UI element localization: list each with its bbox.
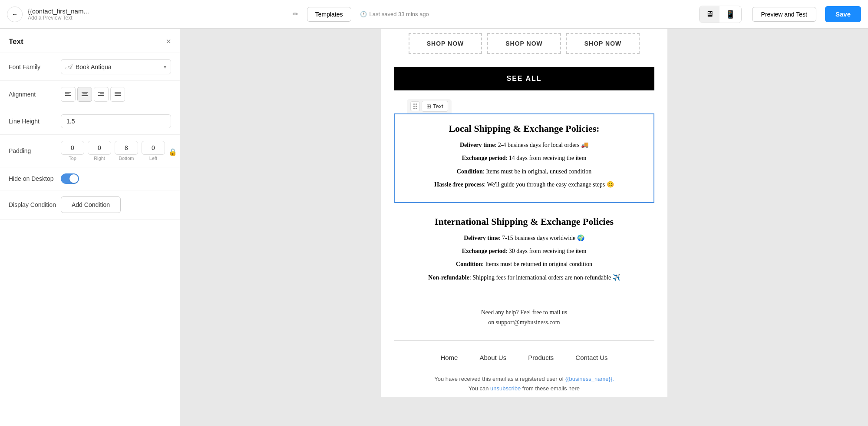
back-button[interactable]: ←	[7, 7, 23, 22]
hide-desktop-label: Hide on Desktop	[9, 175, 56, 182]
footer-unsub-text: You can unsubscribe from these emails he…	[394, 384, 654, 393]
padding-top-label: Top	[69, 156, 76, 161]
see-all-container: SEE ALL	[381, 63, 667, 99]
clock-icon: 🕐	[360, 11, 367, 17]
unsubscribe-link[interactable]: unsubscribe	[490, 385, 521, 392]
local-hassle-free-line: Hassle-free process: We'll guide you thr…	[408, 180, 640, 190]
align-justify-button[interactable]	[110, 87, 125, 102]
local-exchange-period-line: Exchange period: 14 days from receiving …	[408, 153, 640, 163]
svg-rect-8	[98, 92, 104, 93]
padding-right-input[interactable]	[88, 141, 111, 155]
svg-rect-13	[115, 93, 121, 94]
display-condition-row: Display Condition Add Condition	[0, 190, 180, 220]
align-left-button[interactable]	[61, 87, 76, 102]
templates-button[interactable]: Templates	[307, 7, 351, 22]
intl-condition-line: Condition: Items must be returned in ori…	[407, 260, 641, 269]
padding-right-field: Right	[88, 141, 111, 161]
padding-right-label: Right	[94, 156, 105, 161]
email-title: {{contact_first_nam...	[28, 7, 287, 15]
footer-brand: {{business_name}}.	[565, 376, 614, 382]
toolbar-wrapper: ⊞ Text	[381, 99, 667, 113]
padding-row: Padding Top Right Bottom Left	[0, 135, 180, 167]
padding-left-field: Left	[142, 141, 165, 161]
hide-desktop-row: Hide on Desktop	[0, 167, 180, 190]
display-condition-label: Display Condition	[9, 201, 56, 208]
font-style-icon: 𝒜	[66, 62, 72, 71]
footer-nav-about[interactable]: About Us	[479, 354, 506, 361]
text-badge: ⊞ Text	[422, 101, 448, 112]
email-canvas-area: SHOP NOW SHOP NOW SHOP NOW SEE ALL	[180, 29, 868, 426]
svg-rect-1	[65, 93, 69, 94]
padding-bottom-input[interactable]	[115, 141, 138, 155]
panel-close-button[interactable]: ×	[166, 37, 171, 47]
topbar: ← {{contact_first_nam... Add a Preview T…	[0, 0, 868, 29]
main-layout: Text × Font Family 𝒜 Book Antiqua ▾ Alig…	[0, 29, 868, 426]
add-condition-button[interactable]: Add Condition	[61, 196, 121, 213]
align-right-button[interactable]	[94, 87, 109, 102]
footer-nav: Home About Us Products Contact Us	[381, 345, 667, 370]
intl-delivery-line: Delivery time: 7-15 business days worldw…	[407, 233, 641, 243]
intl-shipping-block: International Shipping & Exchange Polici…	[394, 212, 654, 295]
desktop-view-button[interactable]: 🖥	[700, 6, 719, 23]
panel-title: Text	[9, 37, 23, 46]
left-panel: Text × Font Family 𝒜 Book Antiqua ▾ Alig…	[0, 29, 180, 426]
footer-text: You have received this email as a regist…	[381, 370, 667, 397]
font-family-label: Font Family	[9, 63, 56, 70]
svg-rect-6	[82, 95, 88, 96]
saved-indicator: 🕐 Last saved 33 mins ago	[360, 11, 429, 17]
font-family-row: Font Family 𝒜 Book Antiqua ▾	[0, 53, 180, 81]
shop-now-row: SHOP NOW SHOP NOW SHOP NOW	[381, 29, 667, 63]
edit-icon[interactable]: ✏	[293, 10, 298, 18]
padding-group: Top Right Bottom Left 🔒	[61, 141, 177, 161]
local-shipping-block[interactable]: Local Shipping & Exchange Policies: Deli…	[394, 113, 654, 203]
font-family-selector[interactable]: 𝒜 Book Antiqua ▾	[61, 59, 171, 74]
toggle-thumb	[69, 174, 78, 183]
svg-rect-9	[100, 93, 104, 94]
hide-desktop-toggle[interactable]	[61, 173, 79, 184]
preview-and-test-button[interactable]: Preview and Test	[752, 7, 816, 22]
footer-nav-products[interactable]: Products	[528, 354, 554, 361]
shop-now-button-2[interactable]: SHOP NOW	[487, 33, 561, 54]
local-delivery-line: Delivery time: 2-4 business days for loc…	[408, 140, 640, 150]
alignment-row: Alignment	[0, 81, 180, 108]
shop-now-button-1[interactable]: SHOP NOW	[409, 33, 482, 54]
drag-handle[interactable]	[410, 101, 420, 111]
padding-bottom-label: Bottom	[119, 156, 134, 161]
back-icon: ←	[12, 11, 17, 17]
help-section: Need any help? Feel free to mail us on s…	[394, 303, 654, 336]
svg-rect-5	[83, 93, 87, 94]
saved-text: Last saved 33 mins ago	[370, 11, 429, 17]
title-group: {{contact_first_nam... Add a Preview Tex…	[28, 7, 287, 21]
line-height-label: Line Height	[9, 118, 56, 125]
intl-exchange-period-line: Exchange period: 30 days from receiving …	[407, 246, 641, 256]
align-center-button[interactable]	[77, 87, 92, 102]
shop-now-button-3[interactable]: SHOP NOW	[566, 33, 640, 54]
see-all-button[interactable]: SEE ALL	[394, 67, 654, 90]
alignment-label: Alignment	[9, 91, 56, 98]
footer-registered-text: You have received this email as a regist…	[394, 374, 654, 384]
help-line-1: Need any help? Feel free to mail us	[407, 308, 641, 317]
padding-left-label: Left	[149, 156, 157, 161]
chevron-down-icon: ▾	[164, 64, 166, 70]
padding-left-input[interactable]	[142, 141, 165, 155]
svg-rect-10	[98, 95, 104, 96]
footer-nav-home[interactable]: Home	[440, 354, 458, 361]
grid-icon: ⊞	[426, 103, 431, 110]
padding-top-field: Top	[61, 141, 84, 161]
line-height-row: Line Height	[0, 108, 180, 135]
mobile-view-button[interactable]: 📱	[719, 6, 741, 23]
lock-icon[interactable]: 🔒	[168, 148, 177, 156]
help-line-2: on support@mybusiness.com	[407, 318, 641, 327]
svg-rect-14	[115, 95, 121, 96]
svg-rect-12	[115, 92, 121, 93]
svg-rect-2	[65, 95, 71, 96]
local-condition-line: Condition: Items must be in original, un…	[408, 167, 640, 176]
footer-nav-contact[interactable]: Contact Us	[575, 354, 607, 361]
panel-header: Text ×	[0, 29, 180, 53]
email-canvas: SHOP NOW SHOP NOW SHOP NOW SEE ALL	[381, 29, 667, 397]
line-height-input[interactable]	[61, 114, 171, 128]
padding-bottom-field: Bottom	[115, 141, 138, 161]
svg-rect-4	[82, 92, 88, 93]
save-button[interactable]: Save	[825, 6, 861, 22]
padding-top-input[interactable]	[61, 141, 84, 155]
